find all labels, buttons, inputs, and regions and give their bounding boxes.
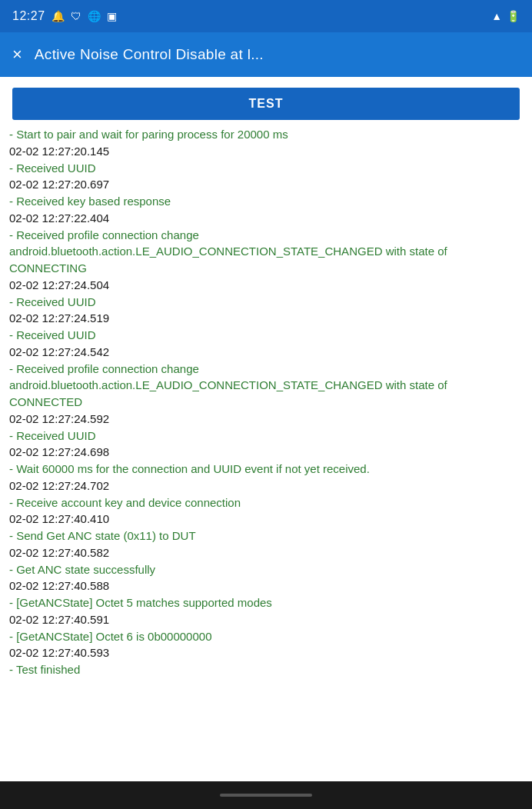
log-entry: - Received profile connection change and… [9,227,523,277]
status-bar-right: ▲ 🔋 [491,10,520,22]
shield-icon: 🛡 [71,10,81,22]
battery-icon: 🔋 [507,10,520,22]
log-entry: 02-02 12:27:40.582 [9,544,523,561]
main-content: TEST - Start to pair and wait for paring… [0,77,532,781]
log-entry: - [GetANCState] Octet 6 is 0b00000000 [9,628,523,645]
log-entry: 02-02 12:27:24.519 [9,310,523,327]
nav-bar [0,781,532,809]
wifi-icon: ▲ [491,10,502,22]
log-entry: - Wait 60000 ms for the connection and U… [9,461,523,478]
log-area: - Start to pair and wait for paring proc… [0,120,532,781]
log-entry: - Start to pair and wait for paring proc… [9,126,523,143]
log-entry: - Received UUID [9,294,523,311]
status-time: 12:27 [12,9,45,23]
close-button[interactable]: × [12,45,22,65]
globe-icon: 🌐 [88,10,101,22]
screen-icon: ▣ [107,10,117,22]
log-entry: - Get ANC state successfully [9,561,523,578]
app-bar-title: Active Noise Control Disable at l... [35,46,520,63]
log-entry: - [GetANCState] Octet 5 matches supporte… [9,594,523,611]
log-entry: 02-02 12:27:24.592 [9,411,523,428]
log-entry: 02-02 12:27:40.588 [9,578,523,594]
alarm-icon: 🔔 [52,10,65,22]
log-entry: 02-02 12:27:40.410 [9,511,523,528]
log-entry: 02-02 12:27:40.591 [9,611,523,628]
home-indicator [220,794,312,797]
log-entry: 02-02 12:27:22.404 [9,210,523,227]
log-entry: - Received UUID [9,160,523,177]
log-entry: - Received UUID [9,428,523,444]
status-bar-left: 12:27 🔔 🛡 🌐 ▣ [12,9,117,23]
test-button[interactable]: TEST [12,88,520,120]
log-entry: 02-02 12:27:24.504 [9,277,523,294]
log-entry: 02-02 12:27:40.593 [9,644,523,661]
log-entry: - Received profile connection change and… [9,361,523,411]
log-entry: 02-02 12:27:24.542 [9,344,523,361]
log-entry: 02-02 12:27:20.145 [9,143,523,160]
log-entry: - Received UUID [9,327,523,344]
log-entry: - Send Get ANC state (0x11) to DUT [9,528,523,544]
status-bar: 12:27 🔔 🛡 🌐 ▣ ▲ 🔋 [0,0,532,32]
test-button-container: TEST [0,77,532,120]
log-entry: 02-02 12:27:24.698 [9,444,523,461]
log-entry: 02-02 12:27:24.702 [9,478,523,494]
app-bar: × Active Noise Control Disable at l... [0,32,532,77]
log-entry: - Received key based response [9,193,523,210]
log-entry: - Receive account key and device connect… [9,494,523,511]
log-entry: 02-02 12:27:20.697 [9,176,523,193]
log-entry: - Test finished [9,661,523,678]
